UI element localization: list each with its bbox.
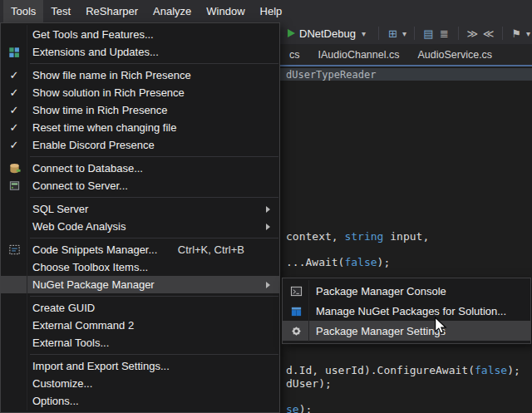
list-members-icon[interactable]: ≣ xyxy=(436,27,452,40)
chevron-down-icon[interactable]: ▾ xyxy=(360,29,367,38)
menu-item-enable-discord-presence[interactable]: ✓ Enable Discord Presence xyxy=(1,136,279,154)
menu-item-external-tools[interactable]: External Tools... xyxy=(1,334,279,352)
nuget-submenu: Package Manager Console Manage NuGet Pac… xyxy=(282,278,531,344)
tools-menu: Get Tools and Features... Extensions and… xyxy=(0,22,280,413)
menu-item-reset-time-when-changing-file[interactable]: ✓ Reset time when changing file xyxy=(1,119,279,136)
server-icon xyxy=(7,179,21,193)
bookmark-icon[interactable]: ⚑ xyxy=(509,27,525,40)
check-icon: ✓ xyxy=(7,139,21,152)
snippets-icon xyxy=(7,243,21,257)
toolbar-separator xyxy=(502,27,503,40)
menu-separator xyxy=(30,238,278,238)
toolbar-separator xyxy=(378,27,379,40)
submenu-arrow-icon xyxy=(266,206,270,213)
menu-item-web-code-analysis[interactable]: Web Code Analysis xyxy=(1,218,279,235)
tab-iaudiochannel[interactable]: IAudioChannel.cs xyxy=(309,45,409,65)
menu-separator xyxy=(30,156,278,157)
submenu-arrow-icon xyxy=(266,282,270,288)
nav-type-text: dUserTypeReader xyxy=(286,69,376,81)
menubar-item-help[interactable]: Help xyxy=(253,0,290,22)
code-line: d.Id, userId).ConfigureAwait(false); xyxy=(286,364,520,376)
check-icon: ✓ xyxy=(7,104,21,117)
menu-item-choose-toolbox-items[interactable]: Choose Toolbox Items... xyxy=(1,258,279,276)
menu-separator xyxy=(30,197,278,198)
indent-icon[interactable]: ≫ xyxy=(465,27,480,40)
check-icon: ✓ xyxy=(7,69,21,82)
check-icon: ✓ xyxy=(7,86,21,100)
run-icon xyxy=(288,29,295,37)
gear-icon xyxy=(289,324,303,337)
menu-item-import-export-settings[interactable]: Import and Export Settings... xyxy=(1,357,279,375)
menu-item-external-command-2[interactable]: External Command 2 xyxy=(1,317,279,334)
code-line: ...Await(false); xyxy=(286,256,390,268)
chevron-down-icon[interactable]: ▾ xyxy=(401,29,408,38)
attach-window-icon[interactable]: ⊞ xyxy=(385,27,401,40)
console-icon xyxy=(289,284,303,297)
menubar-item-window[interactable]: Window xyxy=(199,0,252,22)
menubar-item-tools[interactable]: Tools xyxy=(3,0,43,22)
menu-separator xyxy=(30,354,278,355)
submenu-arrow-icon xyxy=(266,224,270,230)
manage-packages-icon xyxy=(289,304,303,317)
menubar-item-test[interactable]: Test xyxy=(43,0,78,22)
menu-item-connect-to-server[interactable]: Connect to Server... xyxy=(1,177,279,194)
check-icon: ✓ xyxy=(7,121,21,135)
menu-separator xyxy=(30,296,278,297)
tab-audioservice[interactable]: AudioService.cs xyxy=(408,45,501,65)
menu-item-extensions-and-updates[interactable]: Extensions and Updates... xyxy=(1,43,279,61)
code-line: context, string input, xyxy=(286,230,429,243)
tab-partial[interactable]: cs xyxy=(280,45,309,65)
menu-item-options[interactable]: Options... xyxy=(1,392,279,410)
menu-shortcut: Ctrl+K, Ctrl+B xyxy=(178,243,269,256)
extensions-icon xyxy=(7,46,21,59)
menu-item-code-snippets-manager[interactable]: Code Snippets Manager... Ctrl+K, Ctrl+B xyxy=(1,241,279,258)
menu-item-create-guid[interactable]: Create GUID xyxy=(1,299,279,317)
chevron-down-icon[interactable]: ▾ xyxy=(525,29,532,38)
menu-item-show-time-rich-presence[interactable]: ✓ Show time in Rich Presence xyxy=(1,101,279,119)
submenu-item-package-manager-settings[interactable]: Package Manager Settings xyxy=(283,321,530,341)
menu-item-show-solution-rich-presence[interactable]: ✓ Show solution in Rich Presence xyxy=(1,84,279,101)
outdent-icon[interactable]: ≪ xyxy=(480,27,496,40)
menubar-item-resharper[interactable]: ReSharper xyxy=(78,0,145,22)
code-line: dUser); xyxy=(286,377,332,390)
menu-separator xyxy=(30,63,278,64)
submenu-item-manage-nuget-packages[interactable]: Manage NuGet Packages for Solution... xyxy=(283,301,530,321)
menu-item-nuget-package-manager[interactable]: NuGet Package Manager xyxy=(1,276,279,293)
menu-item-show-file-name-rich-presence[interactable]: ✓ Show file name in Rich Presence xyxy=(1,66,279,84)
menu-item-customize[interactable]: Customize... xyxy=(1,375,279,392)
mouse-cursor-icon xyxy=(433,317,448,335)
menu-item-sql-server[interactable]: SQL Server xyxy=(1,200,279,218)
menu-item-connect-to-database[interactable]: Connect to Database... xyxy=(1,160,279,177)
vs-window: Tools Test ReSharper Analyze Window Help… xyxy=(0,0,532,413)
submenu-item-package-manager-console[interactable]: Package Manager Console xyxy=(283,281,530,301)
database-icon xyxy=(7,162,21,175)
toolbar-separator xyxy=(414,27,415,40)
toolbar-separator xyxy=(458,27,459,40)
run-target-label: DNetDebug xyxy=(299,27,356,40)
menu-item-get-tools-and-features[interactable]: Get Tools and Features... xyxy=(1,26,279,43)
menu-bar: Tools Test ReSharper Analyze Window Help xyxy=(0,0,532,22)
start-debugging-button[interactable]: DNetDebug ▾ xyxy=(283,24,372,42)
menubar-item-analyze[interactable]: Analyze xyxy=(145,0,199,22)
document-icon[interactable]: ▤ xyxy=(421,27,436,40)
code-line: se); xyxy=(286,403,312,413)
